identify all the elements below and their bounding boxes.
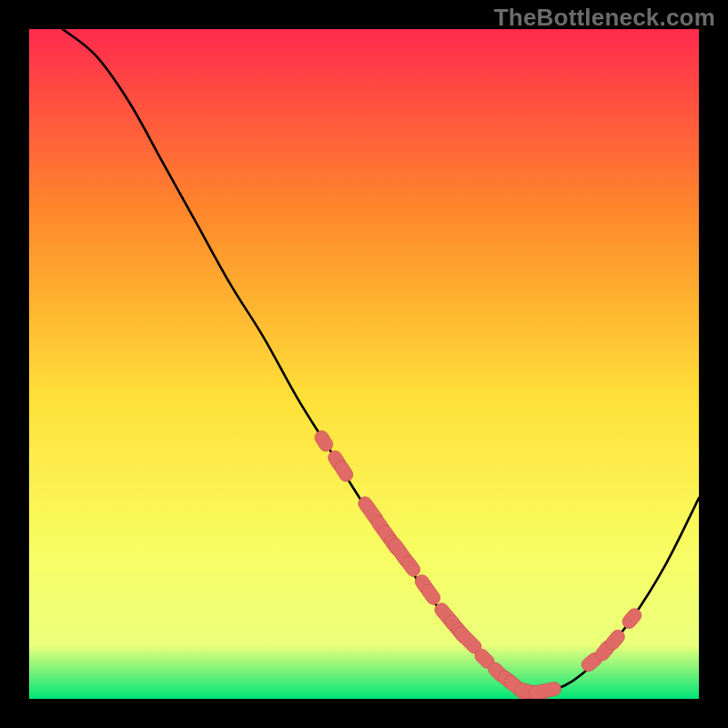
chart-frame: TheBottleneck.com [0, 0, 728, 728]
watermark-text: TheBottleneck.com [494, 4, 715, 32]
bottleneck-chart [0, 0, 728, 728]
plot-background-gradient [29, 29, 699, 699]
